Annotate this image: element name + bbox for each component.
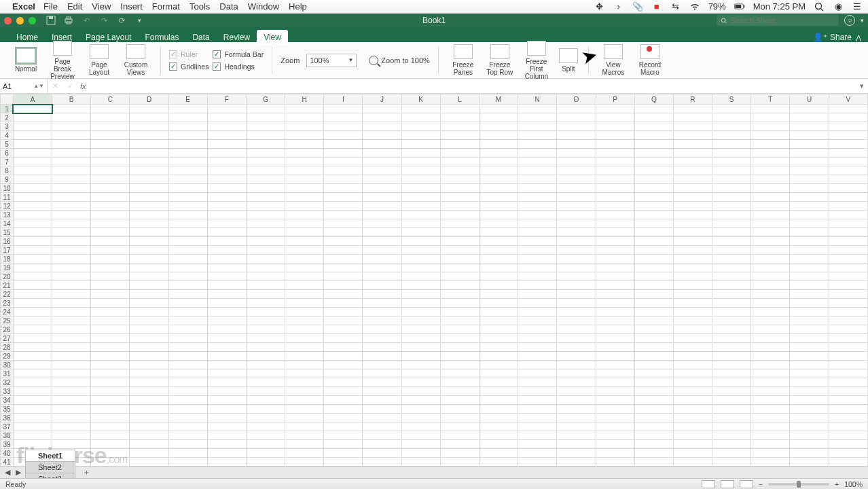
cell[interactable]	[324, 422, 363, 431]
cell[interactable]	[751, 237, 790, 246]
cell[interactable]	[324, 122, 363, 131]
column-header[interactable]: O	[557, 94, 596, 105]
cell[interactable]	[91, 449, 130, 458]
cell[interactable]	[634, 246, 673, 255]
cell[interactable]	[673, 122, 712, 131]
cell[interactable]	[401, 264, 440, 272]
cell[interactable]	[712, 431, 751, 440]
cell[interactable]	[401, 361, 440, 369]
cell[interactable]	[712, 440, 751, 449]
cell[interactable]	[363, 122, 401, 131]
status-normal-view-icon[interactable]	[702, 480, 715, 488]
cell[interactable]	[246, 166, 285, 175]
cell[interactable]	[634, 272, 673, 281]
cell[interactable]	[324, 211, 363, 219]
cell[interactable]	[440, 131, 479, 140]
cell[interactable]	[285, 193, 324, 202]
cell[interactable]	[829, 308, 867, 316]
cell[interactable]	[130, 193, 168, 202]
column-header[interactable]: Q	[634, 94, 673, 105]
cell[interactable]	[52, 387, 91, 396]
cell[interactable]	[324, 255, 363, 264]
cell[interactable]	[751, 131, 790, 140]
cell[interactable]	[168, 352, 207, 361]
cell[interactable]	[13, 166, 52, 175]
cell[interactable]	[518, 414, 557, 422]
cell[interactable]	[363, 219, 401, 228]
cell[interactable]	[324, 131, 363, 140]
cell[interactable]	[130, 458, 168, 467]
cell[interactable]	[130, 387, 168, 396]
cell[interactable]	[363, 272, 401, 281]
cell[interactable]	[440, 414, 479, 422]
cell[interactable]	[440, 113, 479, 122]
cell[interactable]	[712, 387, 751, 396]
cell[interactable]	[401, 290, 440, 299]
cell[interactable]	[790, 352, 829, 361]
cell[interactable]	[324, 414, 363, 422]
cell[interactable]	[518, 158, 557, 166]
cell[interactable]	[829, 237, 867, 246]
menu-format[interactable]: Format	[152, 1, 180, 12]
cell[interactable]	[324, 175, 363, 184]
cell[interactable]	[13, 414, 52, 422]
cell[interactable]	[634, 211, 673, 219]
cell[interactable]	[479, 255, 518, 264]
cell[interactable]	[168, 184, 207, 193]
cell[interactable]	[91, 219, 130, 228]
cell[interactable]	[440, 140, 479, 149]
cell[interactable]	[168, 343, 207, 352]
cell[interactable]	[751, 255, 790, 264]
share-button[interactable]: 👤⁺ Share	[813, 33, 852, 42]
row-header[interactable]: 5	[1, 140, 14, 149]
cell[interactable]	[557, 272, 596, 281]
cell[interactable]	[790, 228, 829, 237]
cell[interactable]	[673, 325, 712, 334]
row-header[interactable]: 22	[1, 290, 14, 299]
cell[interactable]	[363, 140, 401, 149]
cell[interactable]	[285, 343, 324, 352]
cell[interactable]	[246, 405, 285, 414]
cell[interactable]	[324, 316, 363, 325]
cell[interactable]	[324, 308, 363, 316]
cell[interactable]	[246, 219, 285, 228]
cell[interactable]	[557, 449, 596, 458]
cell[interactable]	[52, 325, 91, 334]
cell[interactable]	[13, 343, 52, 352]
cell[interactable]	[13, 396, 52, 405]
window-minimize-button[interactable]	[16, 17, 24, 24]
cell[interactable]	[479, 396, 518, 405]
cell[interactable]	[401, 149, 440, 158]
feedback-chevron-icon[interactable]: ▾	[861, 17, 864, 24]
cell[interactable]	[634, 131, 673, 140]
cell[interactable]	[557, 131, 596, 140]
cell[interactable]	[634, 387, 673, 396]
qat-redo-icon[interactable]: ↷	[98, 15, 109, 26]
cell[interactable]	[829, 272, 867, 281]
dropbox-icon[interactable]: ✥	[594, 1, 605, 12]
cell[interactable]	[518, 105, 557, 113]
column-header[interactable]: P	[596, 94, 634, 105]
cell[interactable]	[751, 290, 790, 299]
cell[interactable]	[52, 290, 91, 299]
cell[interactable]	[285, 202, 324, 211]
cell[interactable]	[401, 299, 440, 308]
cell[interactable]	[52, 361, 91, 369]
cell[interactable]	[518, 299, 557, 308]
cell[interactable]	[91, 308, 130, 316]
cell[interactable]	[324, 387, 363, 396]
cell[interactable]	[790, 193, 829, 202]
cell[interactable]	[479, 264, 518, 272]
cell[interactable]	[712, 272, 751, 281]
cell[interactable]	[246, 158, 285, 166]
cell[interactable]	[91, 184, 130, 193]
cell[interactable]	[673, 396, 712, 405]
cell[interactable]	[130, 149, 168, 158]
cell[interactable]	[52, 440, 91, 449]
cell[interactable]	[207, 105, 246, 113]
cell[interactable]	[363, 308, 401, 316]
cell[interactable]	[168, 105, 207, 113]
cell[interactable]	[246, 361, 285, 369]
cell[interactable]	[130, 131, 168, 140]
cell[interactable]	[518, 325, 557, 334]
